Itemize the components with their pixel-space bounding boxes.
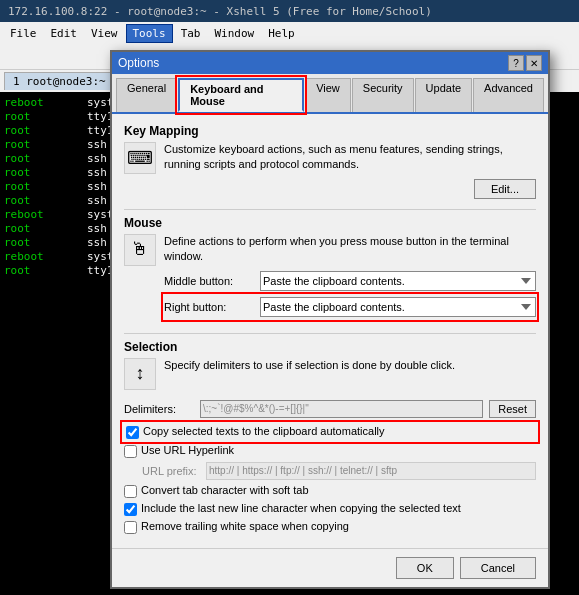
menu-help[interactable]: Help [262, 25, 301, 42]
copy-auto-label: Copy selected texts to the clipboard aut… [143, 425, 385, 437]
convert-tab-label: Convert tab character with soft tab [141, 484, 309, 496]
delimiter-label: Delimiters: [124, 403, 194, 415]
selection-title: Selection [124, 340, 536, 354]
selection-content: ↕ Specify delimiters to use if selection… [124, 358, 536, 390]
divider-2 [124, 333, 536, 334]
menu-file[interactable]: File [4, 25, 43, 42]
delimiter-input[interactable] [200, 400, 483, 418]
reset-button[interactable]: Reset [489, 400, 536, 418]
include-newline-checkbox[interactable] [124, 503, 137, 516]
copy-auto-row: Copy selected texts to the clipboard aut… [124, 424, 536, 440]
copy-auto-checkbox[interactable] [126, 426, 139, 439]
convert-tab-checkbox[interactable] [124, 485, 137, 498]
trailing-space-checkbox[interactable] [124, 521, 137, 534]
right-button-label: Right button: [164, 301, 254, 313]
edit-button[interactable]: Edit... [474, 179, 536, 199]
middle-button-row: Middle button: Paste the clipboard conte… [164, 271, 536, 291]
divider-1 [124, 209, 536, 210]
menu-tab[interactable]: Tab [175, 25, 207, 42]
key-mapping-content: ⌨ Customize keyboard actions, such as me… [124, 142, 536, 199]
middle-button-label: Middle button: [164, 275, 254, 287]
tab-security[interactable]: Security [352, 78, 414, 112]
url-prefix-row: URL prefix: [124, 462, 536, 480]
delimiter-row: Delimiters: Reset [124, 400, 536, 418]
right-button-row: Right button: Paste the clipboard conten… [164, 295, 536, 319]
trailing-space-label: Remove trailing white space when copying [141, 520, 349, 532]
mouse-icon: 🖱 [124, 234, 156, 266]
tab-update[interactable]: Update [415, 78, 472, 112]
dialog-title: Options [118, 56, 159, 70]
key-mapping-description: Customize keyboard actions, such as menu… [164, 142, 536, 173]
convert-tab-row: Convert tab character with soft tab [124, 484, 536, 498]
cancel-button[interactable]: Cancel [460, 557, 536, 579]
tab-general[interactable]: General [116, 78, 177, 112]
url-hyperlink-row: Use URL Hyperlink [124, 444, 536, 458]
url-prefix-label: URL prefix: [142, 465, 202, 477]
selection-icon: ↕ [124, 358, 156, 390]
menu-window[interactable]: Window [209, 25, 261, 42]
terminal-tab-1[interactable]: 1 root@node3:~ [4, 72, 115, 90]
dialog-footer: OK Cancel [112, 548, 548, 587]
tab-bar: General Keyboard and Mouse View Security… [112, 74, 548, 114]
close-button[interactable]: ✕ [526, 55, 542, 71]
menu-edit[interactable]: Edit [45, 25, 84, 42]
help-button[interactable]: ? [508, 55, 524, 71]
selection-section: Selection ↕ Specify delimiters to use if… [124, 340, 536, 534]
menu-view[interactable]: View [85, 25, 124, 42]
include-newline-row: Include the last new line character when… [124, 502, 536, 516]
key-mapping-section: Key Mapping ⌨ Customize keyboard actions… [124, 124, 536, 199]
trailing-space-row: Remove trailing white space when copying [124, 520, 536, 534]
url-prefix-input[interactable] [206, 462, 536, 480]
selection-description: Specify delimiters to use if selection i… [164, 358, 536, 373]
url-hyperlink-checkbox[interactable] [124, 445, 137, 458]
url-hyperlink-label: Use URL Hyperlink [141, 444, 234, 456]
menu-bar: File Edit View Tools Tab Window Help [0, 22, 579, 44]
mouse-section: Mouse 🖱 Define actions to perform when y… [124, 216, 536, 323]
dialog-body: Key Mapping ⌨ Customize keyboard actions… [112, 114, 548, 548]
ok-button[interactable]: OK [396, 557, 454, 579]
menu-tools[interactable]: Tools [126, 24, 173, 43]
options-dialog: Options ? ✕ General Keyboard and Mouse V… [110, 50, 550, 589]
dialog-titlebar: Options ? ✕ [112, 52, 548, 74]
terminal-title: 172.16.100.8:22 - root@node3:~ - Xshell … [8, 5, 432, 18]
middle-button-select[interactable]: Paste the clipboard contents. [260, 271, 536, 291]
tab-keyboard-mouse[interactable]: Keyboard and Mouse [178, 78, 304, 112]
key-mapping-title: Key Mapping [124, 124, 536, 138]
tab-advanced[interactable]: Advanced [473, 78, 544, 112]
mouse-content: 🖱 Define actions to perform when you pre… [124, 234, 536, 323]
dialog-titlebar-buttons: ? ✕ [508, 55, 542, 71]
mouse-title: Mouse [124, 216, 536, 230]
include-newline-label: Include the last new line character when… [141, 502, 461, 514]
keyboard-icon: ⌨ [124, 142, 156, 174]
tab-view[interactable]: View [305, 78, 351, 112]
mouse-description: Define actions to perform when you press… [164, 234, 536, 265]
terminal-titlebar: 172.16.100.8:22 - root@node3:~ - Xshell … [0, 0, 579, 22]
right-button-select[interactable]: Paste the clipboard contents. [260, 297, 536, 317]
